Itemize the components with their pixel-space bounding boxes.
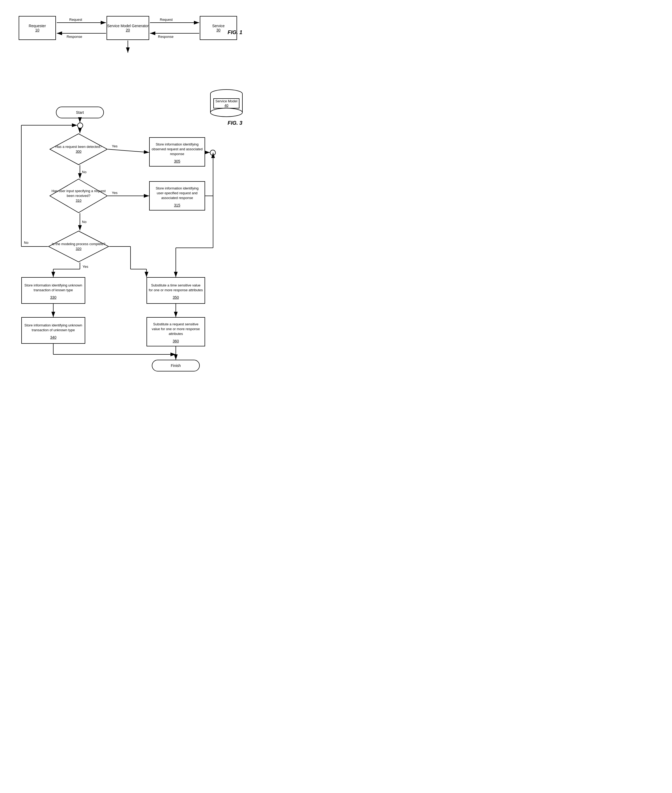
svg-text:Request: Request xyxy=(69,18,82,22)
box-340: Store information identifying unknown tr… xyxy=(21,317,85,344)
start-label: Start xyxy=(76,110,84,115)
svg-text:Request: Request xyxy=(160,18,173,22)
fig3-diagram: FIG. 3 Start Has a request been detected… xyxy=(8,104,258,504)
decision-300-text: Has a request been detected? xyxy=(55,145,102,149)
box-340-id: 340 xyxy=(50,335,56,340)
fig1-label: FIG. 1 xyxy=(227,29,242,35)
junction-top xyxy=(77,123,83,128)
decision-300-id: 300 xyxy=(76,149,82,154)
finish-node: Finish xyxy=(152,360,200,372)
service-id: 30 xyxy=(216,28,221,32)
box-360: Substitute a request sensitive value for… xyxy=(147,317,205,346)
box-315: Store information identifying user-speci… xyxy=(149,181,205,210)
box-350-text: Substitute a time sensitive value for on… xyxy=(147,281,205,294)
box-330: Store information identifying unknown tr… xyxy=(21,277,85,304)
start-node: Start xyxy=(56,107,104,118)
smg-box: Service Model Generator 20 xyxy=(107,16,149,40)
box-305-id: 305 xyxy=(174,159,180,163)
svg-text:Service Model: Service Model xyxy=(216,99,237,103)
svg-text:Response: Response xyxy=(158,35,174,38)
smg-id: 20 xyxy=(126,28,130,32)
diamond-300: Has a request been detected? 300 xyxy=(49,133,108,165)
requester-title: Requester xyxy=(29,24,46,28)
smg-title: Service Model Generator xyxy=(107,24,149,28)
box-315-text: Store information identifying user-speci… xyxy=(150,184,205,202)
box-350-id: 350 xyxy=(173,295,179,300)
box-360-id: 360 xyxy=(173,339,179,343)
box-305-text: Store information identifying observed r… xyxy=(150,141,205,158)
box-305: Store information identifying observed r… xyxy=(149,137,205,167)
decision-310-id: 310 xyxy=(76,199,82,202)
svg-text:Yes: Yes xyxy=(112,191,118,195)
fig3-label: FIG. 3 xyxy=(227,120,242,126)
requester-box: Requester 10 xyxy=(19,16,56,40)
fig3-arrows-svg: Yes No Yes No No Yes xyxy=(8,104,258,504)
svg-text:No: No xyxy=(82,220,86,224)
diamond-320: Is the modeling process complete? 320 xyxy=(48,231,109,263)
svg-text:Response: Response xyxy=(67,35,82,38)
box-330-text: Store information identifying unknown tr… xyxy=(22,281,85,294)
service-title: Service xyxy=(212,24,225,28)
box-340-text: Store information identifying unknown tr… xyxy=(22,321,85,334)
svg-text:No: No xyxy=(24,240,29,245)
box-360-text: Substitute a request sensitive value for… xyxy=(147,320,205,338)
diamond-310: Has user input specifying a request been… xyxy=(49,179,108,213)
decision-310-text: Has user input specifying a request been… xyxy=(51,189,106,198)
service-box: Service 30 xyxy=(200,16,237,40)
junction-right xyxy=(210,150,216,155)
box-350: Substitute a time sensitive value for on… xyxy=(147,277,205,304)
fig1-diagram: Requester 10 Service Model Generator 20 … xyxy=(8,8,258,93)
finish-label: Finish xyxy=(171,364,181,368)
decision-320-id: 320 xyxy=(76,247,82,251)
svg-text:No: No xyxy=(82,170,86,174)
svg-line-25 xyxy=(108,149,149,152)
svg-text:Yes: Yes xyxy=(83,264,88,269)
decision-320-text: Is the modeling process complete? xyxy=(52,242,106,246)
db-container: Service Model 40 xyxy=(107,48,149,80)
box-315-id: 315 xyxy=(174,203,180,207)
requester-id: 10 xyxy=(35,28,39,32)
svg-text:Yes: Yes xyxy=(112,144,118,148)
box-330-id: 330 xyxy=(50,295,56,300)
